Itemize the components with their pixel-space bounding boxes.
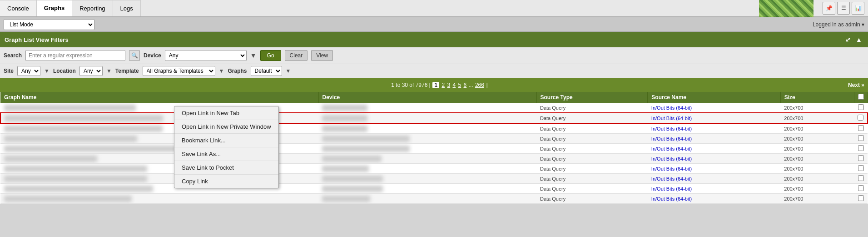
next-button[interactable]: Next »: [848, 82, 864, 88]
page-3[interactable]: 3: [447, 82, 450, 88]
cell-checkbox: [854, 184, 868, 194]
source-name-link[interactable]: In/Out Bits (64-bit): [651, 186, 692, 192]
context-menu-item-3[interactable]: Save Link As...: [174, 147, 278, 161]
table-row: ████████████████ - ██████ - ████ ██ ████…: [0, 194, 868, 204]
tab-reporting[interactable]: Reporting: [72, 0, 113, 16]
row-checkbox[interactable]: [858, 125, 864, 131]
device-select[interactable]: Any: [165, 50, 247, 61]
chart-icon-btn[interactable]: 📊: [852, 2, 864, 15]
tab-console-label: Console: [7, 5, 29, 12]
cell-size: 200x700: [780, 164, 854, 174]
collapse-icon[interactable]: ▲: [854, 35, 863, 44]
cell-graph-name: ████████████████ - ██████ - ████ ██ ████: [0, 194, 318, 204]
cell-checkbox: [854, 164, 868, 174]
cell-source-type: Data Query: [536, 174, 648, 184]
row-checkbox[interactable]: [858, 175, 864, 181]
page-266[interactable]: 266: [475, 82, 484, 88]
graph-name-link[interactable]: ████████████ - ██ - ████ ████████████ ██…: [4, 186, 153, 192]
search-icon-btn[interactable]: 🔍: [129, 50, 140, 61]
list-mode-select[interactable]: List Mode: [4, 19, 94, 30]
cell-source-type: Data Query: [536, 184, 648, 194]
row-checkbox[interactable]: [858, 155, 864, 161]
graph-name-link[interactable]: ████ ████ - ████ - ████ ████████████ ███…: [4, 166, 147, 172]
table-row: ████ ████ ████ ████ ████████████████████…: [0, 154, 868, 164]
context-menu-item-2[interactable]: Bookmark Link...: [174, 134, 278, 147]
cell-device: ████ ████ ████: [318, 194, 536, 204]
menu-icon-btn[interactable]: ☰: [837, 2, 850, 15]
view-button[interactable]: View: [311, 50, 333, 61]
row-checkbox[interactable]: [858, 135, 864, 141]
section-header-icons: ⤢ ▲: [843, 35, 863, 44]
table-row: ████ ████ ████████████████ - ███ ███████…: [0, 144, 868, 154]
cell-device: ████ ████████████: [318, 174, 536, 184]
graphs-select[interactable]: Default: [251, 66, 282, 76]
graph-name-link[interactable]: ███████████████ - ███ - ████████████ - █…: [4, 136, 137, 142]
cell-source-name: In/Out Bits (64-bit): [648, 113, 780, 123]
search-input[interactable]: [25, 50, 125, 61]
graph-name-link[interactable]: ████████████████ ██████████████ ████ - █…: [4, 126, 163, 132]
cell-source-name: In/Out Bits (64-bit): [648, 123, 780, 134]
cell-size: 200x700: [780, 194, 854, 204]
source-name-link[interactable]: In/Out Bits (64-bit): [651, 156, 692, 161]
tab-console[interactable]: Console: [0, 0, 37, 16]
table-row: ████ ████ - ████ - ████ ████████████ ███…: [0, 174, 868, 184]
cell-source-type: Data Query: [536, 164, 648, 174]
cell-size: 200x700: [780, 113, 854, 123]
col-graph-name: Graph Name: [0, 92, 318, 103]
cell-source-name: In/Out Bits (64-bit): [648, 184, 780, 194]
col-device: Device: [318, 92, 536, 103]
graph-name-link[interactable]: ████ ████ ████ ████ ████████: [4, 156, 97, 162]
source-name-link[interactable]: In/Out Bits (64-bit): [651, 126, 692, 131]
source-name-link[interactable]: In/Out Bits (64-bit): [651, 166, 692, 171]
row-checkbox[interactable]: [858, 195, 864, 201]
pin-icon-btn[interactable]: 📌: [823, 2, 835, 15]
context-menu-item-5[interactable]: Copy Link: [174, 175, 278, 188]
template-label: Template: [115, 68, 139, 74]
pagination-close-bracket: ]: [486, 82, 487, 88]
source-name-link[interactable]: In/Out Bits (64-bit): [651, 105, 692, 111]
row-checkbox[interactable]: [858, 165, 864, 171]
cell-checkbox: [854, 154, 868, 164]
tab-reporting-label: Reporting: [79, 5, 105, 12]
row-checkbox[interactable]: [858, 185, 864, 191]
page-5[interactable]: 5: [458, 82, 461, 88]
context-menu-item-0[interactable]: Open Link in New Tab: [174, 106, 278, 120]
row-checkbox[interactable]: [858, 104, 864, 110]
page-current[interactable]: 1: [432, 82, 439, 88]
top-nav-right: 📌 ☰ 📊: [823, 2, 868, 15]
cell-source-name: In/Out Bits (64-bit): [648, 174, 780, 184]
source-name-link[interactable]: In/Out Bits (64-bit): [651, 196, 692, 202]
location-select[interactable]: Any: [79, 66, 103, 76]
cell-device: ████ ████████████: [318, 184, 536, 194]
graph-name-link[interactable]: ████ ████ - ████ - ████ ████████████ ███…: [4, 176, 147, 182]
graph-name-link[interactable]: ████████████████ ██████████ ████ - e-991…: [4, 105, 136, 111]
graph-name-link[interactable]: ████████████████ ██████████████ ████ - █…: [5, 115, 163, 121]
select-all-checkbox[interactable]: [858, 94, 864, 100]
row-checkbox[interactable]: [858, 115, 863, 121]
decorative-stripes: [759, 0, 813, 17]
source-name-link[interactable]: In/Out Bits (64-bit): [651, 136, 692, 141]
source-name-link[interactable]: In/Out Bits (64-bit): [651, 146, 692, 151]
context-menu-item-1[interactable]: Open Link in New Private Window: [174, 120, 278, 134]
row-checkbox[interactable]: [858, 145, 864, 151]
template-select[interactable]: All Graphs & Templates: [143, 66, 215, 76]
page-2[interactable]: 2: [441, 82, 445, 88]
page-ellipsis: ...: [469, 82, 475, 88]
tab-logs[interactable]: Logs: [113, 0, 141, 16]
table-wrapper: Graph Name Device Source Type Source Nam…: [0, 92, 868, 204]
context-menu: Open Link in New TabOpen Link in New Pri…: [174, 106, 279, 188]
page-4[interactable]: 4: [453, 82, 456, 88]
clear-button[interactable]: Clear: [285, 50, 308, 61]
cell-device: ████████████████████████: [318, 134, 536, 144]
expand-icon[interactable]: ⤢: [843, 35, 853, 44]
cell-size: 200x700: [780, 184, 854, 194]
context-menu-item-4[interactable]: Save Link to Pocket: [174, 161, 278, 175]
source-name-link[interactable]: In/Out Bits (64-bit): [651, 176, 692, 182]
site-select[interactable]: Any: [17, 66, 40, 76]
cell-source-type: Data Query: [536, 113, 648, 123]
graph-name-link[interactable]: ████████████████ - ██████ - ████ ██ ████: [4, 196, 132, 202]
go-button[interactable]: Go: [260, 50, 281, 61]
tab-graphs[interactable]: Graphs: [37, 0, 73, 16]
source-name-link[interactable]: In/Out Bits (64-bit): [651, 116, 692, 121]
page-6[interactable]: 6: [464, 82, 467, 88]
